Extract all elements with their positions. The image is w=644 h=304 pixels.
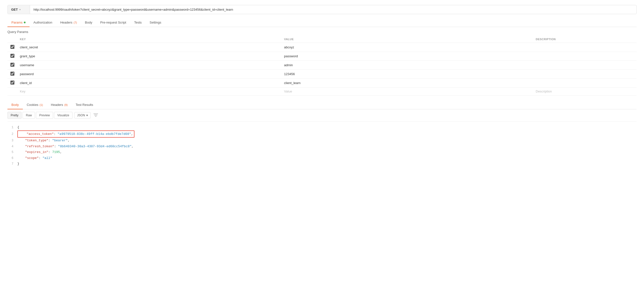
json-line-6: 6 "scope": "all" bbox=[8, 155, 636, 161]
tab-headers[interactable]: Headers (7) bbox=[56, 18, 81, 27]
row2-key: grant_type bbox=[17, 52, 282, 61]
table-row: username admin bbox=[8, 61, 636, 70]
json-line-3-content: "token_type": "bearer", bbox=[17, 138, 636, 143]
expires-in-val: 7195 bbox=[52, 150, 60, 154]
response-headers-badge: (9) bbox=[64, 103, 68, 106]
table-row: password 123456 bbox=[8, 70, 636, 79]
pretty-btn[interactable]: Pretty bbox=[8, 112, 22, 119]
tab-body[interactable]: Body bbox=[81, 18, 96, 27]
json-line-3: 3 "token_type": "bearer", bbox=[8, 138, 636, 144]
response-tab-body[interactable]: Body bbox=[8, 100, 23, 109]
filter-icon[interactable] bbox=[94, 113, 98, 118]
main-container: GET ▾ Params Authorization Headers (7) B… bbox=[0, 0, 644, 175]
json-open-bracket: { bbox=[17, 124, 636, 130]
line-num-3: 3 bbox=[8, 138, 17, 144]
json-line-2-content: "access_token": "a9979518-838c-49ff-b14a… bbox=[17, 130, 636, 138]
tab-pre-request[interactable]: Pre-request Script bbox=[96, 18, 130, 27]
response-tab-headers[interactable]: Headers (9) bbox=[47, 100, 72, 109]
tab-settings-label: Settings bbox=[150, 20, 161, 24]
scope-key: "scope" bbox=[25, 156, 39, 160]
row3-description bbox=[533, 61, 637, 70]
tab-headers-label: Headers bbox=[60, 20, 72, 24]
json-line-4-content: "refresh_token": "8b640340-30a3-4307-93d… bbox=[17, 144, 636, 149]
token-type-key: "token_type" bbox=[25, 139, 48, 142]
row1-description bbox=[533, 43, 637, 52]
url-bar: GET ▾ bbox=[8, 5, 636, 14]
row1-value: abcxyz bbox=[282, 43, 533, 52]
access-token-val: "a9979518-838c-49ff-b14a-ebdb7fde7d08" bbox=[58, 132, 131, 136]
line-num-6: 6 bbox=[8, 156, 17, 161]
row5-description bbox=[533, 79, 637, 87]
request-tabs: Params Authorization Headers (7) Body Pr… bbox=[8, 18, 636, 27]
tab-authorization[interactable]: Authorization bbox=[30, 18, 56, 27]
json-line-7: 7 } bbox=[8, 161, 636, 167]
response-tabs: Body Cookies (1) Headers (9) Test Result… bbox=[8, 100, 636, 109]
row1-checkbox[interactable] bbox=[10, 45, 14, 49]
json-line-1: 1 { bbox=[8, 124, 636, 130]
response-tab-cookies-label: Cookies bbox=[27, 103, 38, 107]
method-selector[interactable]: GET ▾ bbox=[8, 5, 30, 14]
tab-tests-label: Tests bbox=[134, 20, 142, 24]
row3-checkbox[interactable] bbox=[10, 63, 14, 67]
json-close-bracket: } bbox=[17, 161, 636, 167]
empty-value-placeholder[interactable]: Value bbox=[284, 89, 292, 93]
response-tab-test-results[interactable]: Test Results bbox=[72, 100, 97, 109]
row5-key: client_id bbox=[17, 79, 282, 87]
line-num-5: 5 bbox=[8, 150, 17, 155]
table-row: client_id client_learn bbox=[8, 79, 636, 87]
table-row: client_secret abcxyz bbox=[8, 43, 636, 52]
tab-params[interactable]: Params bbox=[8, 18, 30, 27]
json-line-4: 4 "refresh_token": "8b640340-30a3-4307-9… bbox=[8, 144, 636, 150]
empty-key-placeholder[interactable]: Key bbox=[20, 89, 25, 93]
response-tab-body-label: Body bbox=[12, 103, 19, 107]
json-line-2: 2 "access_token": "a9979518-838c-49ff-b1… bbox=[8, 130, 636, 138]
preview-btn[interactable]: Preview bbox=[36, 112, 53, 119]
refresh-token-val: "8b640340-30a3-4307-93d4-ed60cc54fbc8" bbox=[58, 145, 132, 148]
params-table: KEY VALUE DESCRIPTION client_secret abcx… bbox=[8, 36, 636, 95]
line-num-2: 2 bbox=[8, 132, 17, 137]
access-token-key: "access_token" bbox=[26, 132, 54, 136]
method-text: GET bbox=[11, 8, 18, 11]
json-format-selector[interactable]: JSON ▾ bbox=[74, 112, 90, 118]
query-params-title: Query Params bbox=[8, 27, 636, 36]
row2-description bbox=[533, 52, 637, 61]
json-response-body: 1 { 2 "access_token": "a9979518-838c-49f… bbox=[8, 121, 636, 170]
row4-description bbox=[533, 70, 637, 79]
tab-tests[interactable]: Tests bbox=[130, 18, 146, 27]
col-description: DESCRIPTION bbox=[533, 36, 637, 43]
expires-in-key: "expires_in" bbox=[25, 150, 48, 154]
response-tab-headers-label: Headers bbox=[51, 103, 63, 107]
row3-key: username bbox=[17, 61, 282, 70]
row4-checkbox[interactable] bbox=[10, 72, 14, 76]
token-type-val: "bearer" bbox=[52, 139, 68, 142]
col-checkbox bbox=[8, 36, 17, 43]
url-input[interactable] bbox=[30, 5, 636, 14]
row3-value: admin bbox=[282, 61, 533, 70]
response-tab-cookies[interactable]: Cookies (1) bbox=[23, 100, 47, 109]
headers-badge: (7) bbox=[74, 21, 77, 24]
row2-checkbox[interactable] bbox=[10, 54, 14, 58]
row1-key: client_secret bbox=[17, 43, 282, 52]
line-num-4: 4 bbox=[8, 144, 17, 150]
empty-desc-placeholder[interactable]: Description bbox=[536, 89, 552, 93]
tab-body-label: Body bbox=[85, 20, 92, 24]
line-num-7: 7 bbox=[8, 161, 17, 167]
visualize-btn[interactable]: Visualize bbox=[54, 112, 72, 119]
tab-settings[interactable]: Settings bbox=[146, 18, 165, 27]
row5-checkbox[interactable] bbox=[10, 81, 14, 84]
json-format-label: JSON bbox=[77, 114, 85, 117]
method-chevron-icon: ▾ bbox=[19, 8, 20, 11]
json-line-5-content: "expires_in": 7195, bbox=[17, 149, 636, 155]
table-row: grant_type password bbox=[8, 52, 636, 61]
row2-value: password bbox=[282, 52, 533, 61]
line-num-1: 1 bbox=[8, 125, 17, 130]
params-dot-icon bbox=[24, 21, 26, 23]
tab-authorization-label: Authorization bbox=[34, 20, 52, 24]
raw-btn[interactable]: Raw bbox=[22, 112, 35, 119]
scope-val: "all" bbox=[42, 156, 52, 160]
tab-pre-request-label: Pre-request Script bbox=[100, 20, 126, 24]
refresh-token-key: "refresh_token" bbox=[25, 145, 54, 148]
col-key: KEY bbox=[17, 36, 282, 43]
json-line-5: 5 "expires_in": 7195, bbox=[8, 149, 636, 155]
json-line-6-content: "scope": "all" bbox=[17, 155, 636, 161]
